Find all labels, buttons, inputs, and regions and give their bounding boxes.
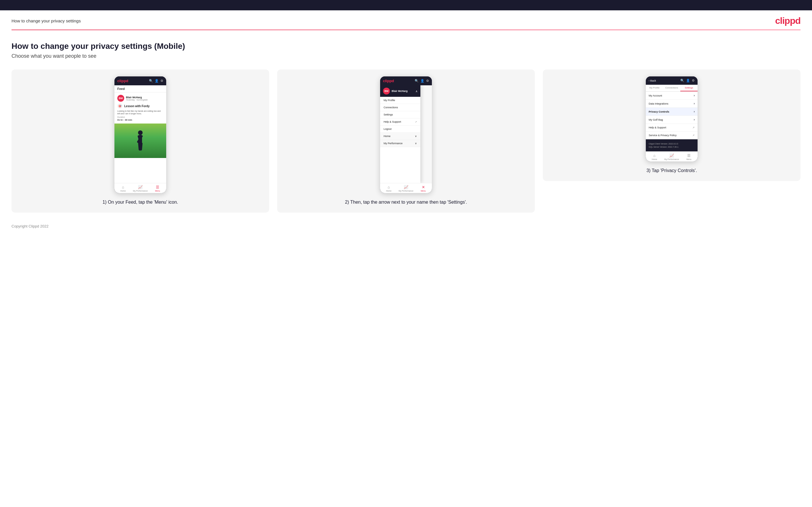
user-icon-2: 👤 [420, 79, 424, 83]
golf-bag-chevron: › [694, 118, 695, 121]
step-1-phone-logo: clippd [117, 79, 128, 83]
menu-item-help[interactable]: Help & Support ↗ [380, 118, 420, 125]
bottom-nav-performance-2[interactable]: 📈 My Performance [397, 185, 415, 192]
bottom-nav-home[interactable]: ⌂ Home [114, 185, 132, 192]
performance-label-2: My Performance [399, 190, 413, 192]
menu-icon: ☰ [156, 185, 159, 189]
bottom-nav-home-2[interactable]: ⌂ Home [380, 185, 397, 192]
settings-my-account[interactable]: My Account › [646, 92, 698, 100]
menu-items: My Profile Connections Settings Help & S… [380, 97, 420, 147]
search-icon-3: 🔍 [680, 79, 684, 82]
header: How to change your privacy settings clip… [0, 10, 812, 30]
feed-user-row: BM Blair McHarg Yesterday · Sunningdale [117, 95, 163, 102]
performance-icon: 📈 [138, 185, 143, 189]
step-2-caption: 2) Then, tap the arrow next to your name… [345, 199, 467, 206]
feed-user-name: Blair McHarg [126, 96, 148, 99]
settings-icon-2: ⚙ [426, 79, 429, 83]
settings-privacy-controls[interactable]: Privacy Controls › [646, 108, 698, 116]
step-2-card: clippd 🔍 👤 ⚙ Feed content... [277, 69, 535, 213]
menu-user-row: BM Blair McHarg ∧ [380, 85, 420, 97]
step-1-card: clippd 🔍 👤 ⚙ Feed BM Blair McHarg [11, 69, 269, 213]
close-icon: ✕ [422, 185, 425, 189]
help-ext-icon: ↗ [693, 126, 695, 129]
home-icon: ⌂ [122, 185, 124, 189]
step-2-content: Feed content... BM Blair McHarg ∧ [380, 85, 432, 183]
bottom-nav-performance-3[interactable]: 📈 My Performance [663, 153, 680, 160]
menu-item-logout[interactable]: Logout [380, 125, 420, 133]
home-label-2: Home [386, 190, 392, 192]
home-icon-3: ⌂ [653, 153, 656, 158]
menu-avatar: BM [383, 88, 390, 95]
data-integrations-label: Data Integrations [649, 102, 668, 105]
home-label: Home [120, 190, 126, 192]
menu-section-home-label: Home [384, 135, 391, 137]
step-2-phone-nav: clippd 🔍 👤 ⚙ [380, 76, 432, 85]
step-1-feed: Feed BM Blair McHarg Yesterday · Sunning… [114, 85, 166, 183]
feed-lesson-desc: Looking to feel like my hands are exitin… [117, 110, 163, 115]
tab-settings[interactable]: Settings [680, 85, 698, 91]
tab-connections[interactable]: Connections [663, 85, 680, 91]
menu-section-performance-label: My Performance [384, 142, 403, 145]
settings-golf-bag[interactable]: My Golf Bag › [646, 116, 698, 124]
my-account-label: My Account [649, 94, 662, 97]
settings-service-privacy[interactable]: Service & Privacy Policy ↗ [646, 131, 698, 139]
feed-lesson-row: 🎯 Lesson with Fordy [117, 103, 163, 109]
tab-my-profile[interactable]: My Profile [646, 85, 663, 91]
svg-point-0 [138, 130, 143, 135]
feed-lesson-title: Lesson with Fordy [124, 105, 150, 108]
golfer-svg [132, 129, 149, 158]
copyright: Copyright Clippd 2022 [11, 224, 49, 228]
service-ext-icon: ↗ [693, 134, 695, 137]
menu-section-home[interactable]: Home ∨ [380, 133, 420, 140]
menu-chevron-up: ∧ [415, 90, 417, 93]
home-chevron-down: ∨ [415, 135, 417, 137]
step-1-nav-icons: 🔍 👤 ⚙ [149, 79, 163, 83]
menu-item-connections[interactable]: Connections [380, 104, 420, 111]
feed-duration-label: Duration [117, 116, 163, 118]
back-button[interactable]: ‹ Back [649, 79, 656, 82]
bottom-nav-performance[interactable]: 📈 My Performance [132, 185, 149, 192]
step-2-bottom-nav: ⌂ Home 📈 My Performance ✕ Menu [380, 183, 432, 193]
menu-section-performance[interactable]: My Performance ∨ [380, 140, 420, 147]
page-heading: How to change your privacy settings (Mob… [11, 42, 801, 51]
data-integrations-chevron: › [694, 102, 695, 105]
settings-help-support[interactable]: Help & Support ↗ [646, 124, 698, 131]
ext-icon-help: ↗ [415, 121, 417, 123]
settings-icon: ⚙ [160, 79, 163, 83]
step-1-phone: clippd 🔍 👤 ⚙ Feed BM Blair McHarg [114, 76, 166, 193]
menu-user-left: BM Blair McHarg [383, 88, 408, 95]
menu-item-connections-label: Connections [384, 106, 398, 109]
settings-icon-3: ⚙ [692, 79, 695, 82]
menu-item-profile[interactable]: My Profile [380, 97, 420, 104]
menu-item-help-label: Help & Support [384, 120, 401, 123]
menu-overlay: BM Blair McHarg ∧ My Profile Connections [380, 85, 420, 183]
bottom-nav-home-3[interactable]: ⌂ Home [646, 153, 663, 160]
feed-duration-val: 01 hr : 30 min [117, 119, 163, 121]
home-icon-2: ⌂ [388, 185, 390, 189]
page-subheading: Choose what you want people to see [11, 53, 801, 59]
performance-label: My Performance [133, 190, 148, 192]
step-1-caption: 1) On your Feed, tap the 'Menu' icon. [102, 199, 178, 206]
search-icon: 🔍 [149, 79, 153, 83]
service-privacy-label: Service & Privacy Policy [649, 134, 676, 137]
home-label-3: Home [652, 158, 657, 160]
user-icon-3: 👤 [686, 79, 690, 82]
settings-data-integrations[interactable]: Data Integrations › [646, 100, 698, 108]
feed-avatar: BM [117, 95, 124, 102]
user-icon: 👤 [155, 79, 159, 83]
feed-post: BM Blair McHarg Yesterday · Sunningdale … [114, 93, 166, 123]
steps-container: clippd 🔍 👤 ⚙ Feed BM Blair McHarg [11, 69, 801, 213]
bottom-nav-menu[interactable]: ☰ Menu [149, 185, 166, 192]
menu-label: Menu [155, 190, 160, 192]
bottom-nav-menu-3[interactable]: ☰ Menu [680, 153, 698, 160]
menu-item-settings[interactable]: Settings [380, 111, 420, 118]
performance-label-3: My Performance [664, 158, 679, 160]
header-title: How to change your privacy settings [11, 18, 81, 23]
step-3-back-bar: ‹ Back 🔍 👤 ⚙ [646, 76, 698, 85]
step-3-phone: ‹ Back 🔍 👤 ⚙ My Profile Connections Sett… [646, 76, 698, 161]
performance-chevron-down: ∨ [415, 142, 417, 145]
main-content: How to change your privacy settings (Mob… [0, 30, 812, 218]
step-2-phone-logo: clippd [383, 79, 394, 83]
bottom-nav-close[interactable]: ✕ Menu [415, 185, 432, 192]
menu-label-2: Menu [421, 190, 426, 192]
